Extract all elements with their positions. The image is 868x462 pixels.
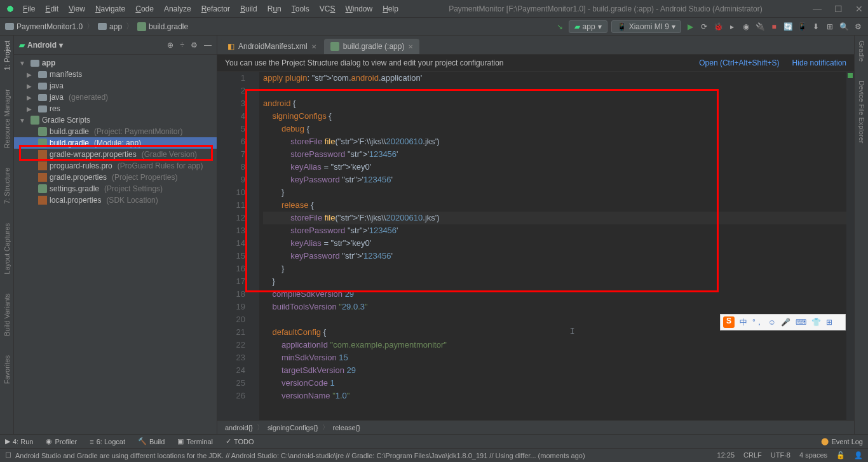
hide-icon[interactable]: — (204, 41, 212, 50)
crumb-android[interactable]: android{} (225, 424, 253, 431)
ime-keyboard-icon[interactable]: ⌨ (796, 318, 806, 327)
rail-resource-manager[interactable]: Resource Manager (3, 89, 11, 149)
editor-tab-manifest[interactable]: ◧AndroidManifest.xml✕ (221, 39, 323, 54)
menu-code[interactable]: Code (135, 4, 154, 13)
tree-root-app[interactable]: ▼app (14, 57, 217, 69)
device-selector[interactable]: 📱Xiaomi MI 9▾ (611, 20, 681, 33)
avd-icon[interactable]: 📱 (797, 22, 807, 32)
cursor-position[interactable]: 12:25 (717, 451, 735, 459)
tree-proguard[interactable]: proguard-rules.pro(ProGuard Rules for ap… (14, 160, 217, 172)
bottom-tab-todo[interactable]: ✓ TODO (226, 437, 254, 445)
hide-notification-link[interactable]: Hide notification (792, 58, 846, 67)
status-icon[interactable]: ☐ (5, 451, 11, 459)
project-tool-window: ▰Android ▾ ⊕ ÷ ⚙ — ▼app ▶manifests ▶java… (14, 36, 217, 434)
menu-tools[interactable]: Tools (292, 4, 309, 13)
ime-toolbar[interactable]: S 中 °， ☺ 🎤 ⌨ 👕 ⊞ (720, 314, 846, 330)
crumb-signing[interactable]: signingConfigs{} (268, 424, 318, 431)
minimize-icon[interactable]: — (813, 4, 822, 14)
rail-gradle[interactable]: Gradle (858, 41, 865, 62)
tree-local-properties[interactable]: local.properties(SDK Location) (14, 194, 217, 206)
notification-message: You can use the Project Structure dialog… (225, 58, 504, 67)
editor[interactable]: 1234567891011121314151617181920212223242… (217, 72, 854, 420)
tree-manifests[interactable]: ▶manifests (14, 69, 217, 80)
menu-edit[interactable]: Edit (45, 4, 58, 13)
hammer-icon[interactable]: ↘ (555, 22, 565, 32)
apply-changes-icon[interactable]: ⟳ (699, 22, 709, 32)
menu-build[interactable]: Build (240, 4, 257, 13)
app-logo-icon (5, 4, 15, 14)
properties-icon (38, 161, 47, 170)
close-icon[interactable]: ✕ (855, 4, 863, 14)
close-tab-icon[interactable]: ✕ (311, 43, 316, 50)
collapse-icon[interactable]: ÷ (180, 41, 184, 50)
profile-icon[interactable]: ◉ (741, 22, 751, 32)
maximize-icon[interactable]: ☐ (834, 4, 843, 14)
menu-refactor[interactable]: Refactor (201, 4, 230, 13)
rail-project[interactable]: 1: Project (3, 41, 11, 70)
project-dropdown[interactable]: ▰Android ▾ (19, 41, 63, 50)
bottom-tab-profiler[interactable]: ◉ Profiler (46, 437, 77, 445)
bottom-tab-event-log[interactable]: ⬤ Event Log (821, 437, 863, 445)
crumb-release[interactable]: release{} (333, 424, 360, 431)
tree-gradle-scripts[interactable]: ▼Gradle Scripts (14, 114, 217, 126)
ime-tool-icon[interactable]: ⊞ (826, 318, 832, 327)
breadcrumb-root[interactable]: PaymentMonitor1.0 (5, 22, 83, 31)
tree-java[interactable]: ▶java (14, 80, 217, 92)
menu-file[interactable]: File (23, 4, 35, 13)
tree-build-gradle-project[interactable]: build.gradle(Project: PaymentMonitor) (14, 126, 217, 137)
editor-tab-build-gradle[interactable]: build.gradle (:app)✕ (324, 39, 420, 54)
bottom-tab-logcat[interactable]: ≡ 6: Logcat (90, 438, 125, 445)
rail-variants[interactable]: Build Variants (3, 294, 11, 336)
breadcrumb-app[interactable]: app (98, 22, 122, 31)
tree-build-gradle-app[interactable]: build.gradle(Module: app) (14, 137, 217, 149)
rail-device-explorer[interactable]: Device File Explorer (858, 81, 865, 143)
rail-structure[interactable]: 7: Structure (3, 168, 11, 204)
menu-window[interactable]: Window (345, 4, 372, 13)
file-encoding[interactable]: UTF-8 (771, 451, 790, 459)
menu-help[interactable]: Help (383, 4, 398, 13)
ime-skin-icon[interactable]: 👕 (811, 318, 821, 327)
bottom-tab-terminal[interactable]: ▣ Terminal (177, 437, 213, 445)
line-separator[interactable]: CRLF (743, 451, 762, 459)
project-tree: ▼app ▶manifests ▶java ▶java(generated) ▶… (14, 55, 217, 208)
code-content[interactable]: apply plugin: "str">'com.android.applica… (259, 72, 854, 420)
gear-icon[interactable]: ⚙ (191, 41, 198, 50)
sync-icon[interactable]: 🔄 (783, 22, 793, 32)
bottom-tab-build[interactable]: 🔨 Build (138, 437, 165, 445)
tree-java-gen[interactable]: ▶java(generated) (14, 92, 217, 103)
structure-icon[interactable]: ⊞ (825, 22, 835, 32)
menu-vcs[interactable]: VCS (320, 4, 336, 13)
breadcrumb-file[interactable]: build.gradle (137, 22, 188, 31)
open-project-structure-link[interactable]: Open (Ctrl+Alt+Shift+S) (699, 58, 779, 67)
close-tab-icon[interactable]: ✕ (408, 43, 413, 50)
sdk-icon[interactable]: ⬇ (811, 22, 821, 32)
attach-debugger-icon[interactable]: 🔌 (755, 22, 765, 32)
search-icon[interactable]: 🔍 (839, 22, 849, 32)
stop-icon[interactable]: ■ (769, 22, 779, 32)
tree-gradle-properties[interactable]: gradle.properties(Project Properties) (14, 172, 217, 183)
lock-icon[interactable]: 🔓 (836, 451, 845, 459)
menu-run[interactable]: Run (268, 4, 281, 13)
menu-navigate[interactable]: Navigate (95, 4, 125, 13)
rail-captures[interactable]: Layout Captures (3, 223, 11, 275)
indent-info[interactable]: 4 spaces (799, 451, 827, 459)
coverage-icon[interactable]: ▸ (727, 22, 737, 32)
bottom-tab-run[interactable]: ▶ 4: Run (5, 437, 33, 445)
ime-punct-icon[interactable]: °， (752, 317, 763, 328)
tree-settings-gradle[interactable]: settings.gradle(Project Settings) (14, 183, 217, 194)
tree-gradle-wrapper[interactable]: gradle-wrapper.properties(Gradle Version… (14, 149, 217, 160)
rail-favorites[interactable]: Favorites (3, 355, 11, 384)
android-icon: ▰ (574, 22, 580, 31)
tree-res[interactable]: ▶res (14, 103, 217, 114)
inspections-icon[interactable]: 👤 (854, 451, 863, 459)
menu-analyze[interactable]: Analyze (164, 4, 191, 13)
menu-view[interactable]: View (69, 4, 85, 13)
ime-lang[interactable]: 中 (740, 317, 747, 328)
run-config-selector[interactable]: ▰app▾ (569, 20, 607, 33)
target-icon[interactable]: ⊕ (167, 41, 173, 50)
debug-icon[interactable]: 🐞 (713, 22, 723, 32)
ime-emoji-icon[interactable]: ☺ (768, 318, 776, 327)
settings-icon[interactable]: ⚙ (853, 22, 863, 32)
run-icon[interactable]: ▶ (685, 22, 695, 32)
ime-voice-icon[interactable]: 🎤 (781, 318, 790, 327)
